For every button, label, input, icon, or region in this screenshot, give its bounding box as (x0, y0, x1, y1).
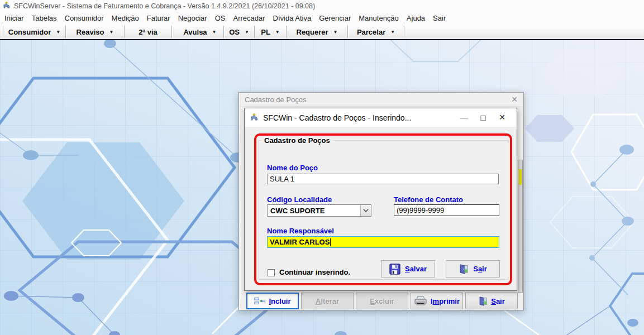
alterar-button: Alterar (301, 293, 354, 309)
close-icon[interactable]: ✕ (493, 113, 512, 122)
chevron-down-icon[interactable]: ▼ (390, 29, 395, 35)
yellow-highlight-marker (519, 169, 522, 185)
menu-item-divida-ativa[interactable]: Dívida Ativa (269, 12, 316, 25)
inner-sair-label: Sair (473, 265, 487, 273)
background-panel-strip (518, 160, 523, 293)
app-titlebar: SFCWinServer - Sistema de Faturamento e … (0, 0, 644, 12)
toolbar-button-requerer[interactable]: Requerer ▼ (287, 26, 347, 39)
app-faucet-icon (2, 2, 11, 10)
toolbar-button-parcelar[interactable]: Parcelar ▼ (348, 26, 404, 39)
nome-responsavel-value: VALMIR CARLOS (270, 238, 330, 246)
outer-window-titlebar[interactable]: Cadastro de Poços ✕ (239, 93, 523, 107)
toolbar-button-reaviso[interactable]: Reaviso ▼ (66, 26, 124, 39)
inserindo-dialog: SFCWin - Cadastro de Poços - Inserindo..… (244, 108, 517, 291)
outer-window-title: Cadastro de Poços (245, 95, 307, 104)
app-title: SFCWinServer - Sistema de Faturamento e … (14, 2, 315, 10)
menu-item-negociar[interactable]: Negociar (174, 12, 211, 25)
menu-item-iniciar[interactable]: Iniciar (1, 12, 28, 25)
toolbar: Consumidor ▼ Reaviso ▼ 2ª via Avulsa ▼ O… (0, 25, 644, 40)
save-floppy-icon (389, 264, 400, 275)
toolbar-button-pl[interactable]: PL ▼ (255, 26, 286, 39)
telefone-contato-input[interactable] (394, 204, 499, 216)
groupbox-title: Cadastro de Poços (261, 136, 333, 145)
nome-poco-label: Nome do Poço (267, 164, 318, 172)
chevron-down-icon (363, 209, 369, 212)
toolbar-button-avulsa[interactable]: Avulsa ▼ (176, 26, 223, 39)
chevron-down-icon[interactable]: ▼ (109, 29, 113, 35)
insert-record-icon (254, 297, 265, 305)
toolbar-button-2a-via[interactable]: 2ª via (125, 26, 171, 39)
menu-item-ajuda[interactable]: Ajuda (403, 12, 429, 25)
menu-item-manutencao[interactable]: Manutenção (355, 12, 403, 25)
menu-item-arrecadar[interactable]: Arrecadar (229, 12, 269, 25)
salvar-button[interactable]: Salvar (381, 260, 435, 277)
imprimir-label: Imprimir (431, 297, 460, 305)
outer-sair-label: Sair (491, 297, 505, 305)
toolbar-button-label: Consumidor (8, 28, 51, 36)
combobox-dropdown-button[interactable] (360, 205, 371, 216)
menu-item-consumidor[interactable]: Consumidor (61, 12, 108, 25)
telefone-contato-label: Telefone de Contato (394, 195, 463, 204)
menu-item-os[interactable]: OS (211, 12, 230, 25)
close-icon[interactable]: ✕ (511, 95, 518, 104)
toolbar-button-consumidor[interactable]: Consumidor ▼ (3, 26, 65, 39)
toolbar-button-label: 2ª via (139, 28, 158, 36)
salvar-label: Salvar (405, 265, 427, 273)
inner-window-title: SFCWin - Cadastro de Poços - Inserindo..… (263, 113, 411, 122)
chevron-down-icon[interactable]: ▼ (245, 29, 249, 35)
incluir-label: Incluir (269, 297, 290, 305)
menu-bar: Iniciar Tabelas Consumidor Medição Fatur… (0, 12, 644, 25)
exit-door-icon (478, 296, 488, 306)
toolbar-button-os[interactable]: OS ▼ (224, 26, 254, 39)
toolbar-separator (404, 26, 404, 38)
text-cursor (330, 238, 331, 246)
inner-window-titlebar[interactable]: SFCWin - Cadastro de Poços - Inserindo..… (245, 108, 517, 127)
toolbar-button-label: Avulsa (183, 28, 207, 36)
imprimir-button[interactable]: Imprimir (411, 293, 463, 309)
nome-poco-input[interactable] (267, 174, 499, 184)
app-faucet-icon (250, 113, 259, 122)
inner-sair-button[interactable]: Sair (446, 260, 500, 277)
menu-item-tabelas[interactable]: Tabelas (28, 12, 61, 25)
maximize-icon[interactable]: □ (474, 113, 493, 122)
outer-sair-button[interactable]: Sair (465, 293, 518, 309)
window-controls: — □ ✕ (455, 113, 512, 122)
chevron-down-icon[interactable]: ▼ (333, 29, 338, 35)
crud-button-row: Incluir Alterar Excluir Imprimir Sai (246, 293, 518, 309)
combobox-value: CWC SUPORTE (268, 207, 360, 215)
printer-icon (414, 296, 427, 306)
chevron-down-icon[interactable]: ▼ (56, 29, 60, 35)
menu-item-gerenciar[interactable]: Gerenciar (315, 12, 355, 25)
menu-item-faturar[interactable]: Faturar (143, 12, 174, 25)
excluir-button: Excluir (356, 293, 408, 309)
menu-item-sair[interactable]: Sair (429, 12, 450, 25)
chevron-down-icon[interactable]: ▼ (212, 29, 217, 35)
chevron-down-icon[interactable]: ▼ (275, 29, 280, 35)
codigo-localidade-combobox[interactable]: CWC SUPORTE (267, 204, 371, 217)
nome-responsavel-input[interactable]: VALMIR CARLOS (267, 236, 499, 248)
toolbar-button-label: Parcelar (357, 28, 385, 36)
toolbar-button-label: Requerer (297, 28, 328, 36)
incluir-button[interactable]: Incluir (246, 293, 299, 309)
menu-item-medicao[interactable]: Medição (108, 12, 143, 25)
toolbar-separator (171, 26, 172, 38)
nome-responsavel-label: Nome Responsável (267, 227, 334, 235)
excluir-label: Excluir (370, 297, 394, 305)
toolbar-button-label: OS (229, 28, 240, 36)
continuar-inserindo-checkbox[interactable] (268, 269, 275, 276)
exit-door-icon (459, 264, 469, 274)
minimize-icon[interactable]: — (455, 113, 474, 122)
toolbar-button-label: PL (261, 28, 270, 36)
alterar-label: Alterar (316, 297, 339, 305)
codigo-localidade-label: Código Localidade (267, 195, 332, 204)
continuar-inserindo-label: Continuar inserindo. (279, 268, 350, 276)
toolbar-button-label: Reaviso (77, 28, 104, 36)
